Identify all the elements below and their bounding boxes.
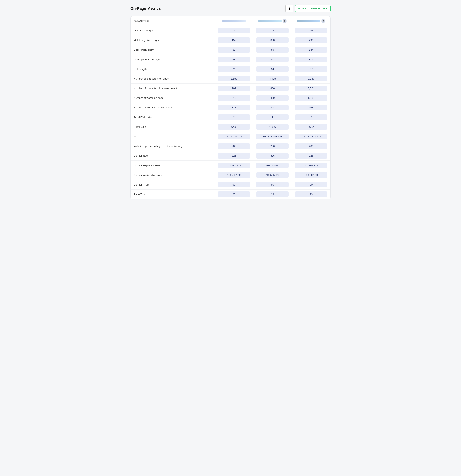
value-cell: 8,267 bbox=[292, 74, 330, 84]
value-cell: 138 bbox=[215, 103, 253, 112]
value-cell: 90 bbox=[292, 180, 330, 190]
site2-header-cell: 1 bbox=[256, 19, 289, 23]
value-cell: 104.111.243.123 bbox=[253, 132, 292, 141]
table-header-row: PARAMETERS 1 bbox=[131, 16, 330, 26]
param-cell: <title> tag length bbox=[131, 26, 215, 35]
value-badge: 104.111.243.123 bbox=[295, 134, 327, 139]
value-badge: 2022-07-05 bbox=[256, 162, 289, 168]
value-cell: 23 bbox=[253, 190, 292, 199]
value-badge: 144 bbox=[295, 47, 327, 53]
value-cell: 81 bbox=[215, 45, 253, 55]
value-cell: 4,698 bbox=[253, 74, 292, 84]
value-badge: 499 bbox=[256, 95, 289, 101]
value-badge: 1 bbox=[256, 114, 289, 120]
export-button[interactable]: ⬆ bbox=[285, 5, 293, 12]
value-badge: 352 bbox=[256, 57, 289, 62]
value-cell: 104.111.243.123 bbox=[292, 132, 330, 141]
value-badge: 1,185 bbox=[295, 95, 327, 101]
value-cell: 286 bbox=[253, 141, 292, 151]
value-cell: 34 bbox=[253, 64, 292, 74]
value-cell: 64.6 bbox=[215, 122, 253, 132]
value-badge: 500 bbox=[218, 57, 250, 62]
value-badge: 138 bbox=[218, 105, 250, 110]
value-badge: 568 bbox=[295, 105, 327, 110]
col-header-site1 bbox=[215, 16, 253, 26]
table-row: Number of words on page3154991,185 bbox=[131, 93, 330, 103]
table-row: Description pixel length500352874 bbox=[131, 55, 330, 64]
value-badge: 23 bbox=[295, 191, 327, 197]
add-competitors-button[interactable]: + ADD COMPETITORS bbox=[295, 5, 331, 12]
value-cell: 15 bbox=[215, 26, 253, 35]
value-cell: 50 bbox=[292, 26, 330, 35]
value-badge: 286 bbox=[295, 143, 327, 149]
value-badge: 87 bbox=[256, 105, 289, 110]
col-header-param: PARAMETERS bbox=[131, 16, 215, 26]
table-row: URL length213427 bbox=[131, 64, 330, 74]
param-cell: Number of characters in main content bbox=[131, 84, 215, 93]
param-cell: Domain expiration date bbox=[131, 161, 215, 170]
table-row: Number of characters on page2,1894,6988,… bbox=[131, 74, 330, 84]
value-cell: 326 bbox=[253, 151, 292, 161]
table-row: Domain registration date1995-07-291995-0… bbox=[131, 170, 330, 180]
table-body: <title> tag length153950<title> tag pixe… bbox=[131, 26, 330, 199]
value-badge: 27 bbox=[295, 66, 327, 72]
param-cell: IP bbox=[131, 132, 215, 141]
param-cell: Description length bbox=[131, 45, 215, 55]
col-header-site3: 2 bbox=[292, 16, 330, 26]
param-cell: <title> tag pixel length bbox=[131, 35, 215, 45]
value-cell: 144 bbox=[292, 45, 330, 55]
value-cell: 159.6 bbox=[253, 122, 292, 132]
value-badge: 2 bbox=[218, 114, 250, 120]
value-badge: 159.6 bbox=[256, 124, 289, 130]
value-badge: 874 bbox=[295, 57, 327, 62]
value-badge: 315 bbox=[218, 95, 250, 101]
site2-url-bar bbox=[259, 20, 282, 22]
table-row: <title> tag pixel length152350496 bbox=[131, 35, 330, 45]
value-cell: 1,185 bbox=[292, 93, 330, 103]
value-cell: 286 bbox=[215, 141, 253, 151]
value-badge: 104.111.243.123 bbox=[218, 134, 250, 139]
value-badge: 326 bbox=[256, 153, 289, 159]
param-cell: Description pixel length bbox=[131, 55, 215, 64]
value-cell: 496 bbox=[292, 35, 330, 45]
value-badge: 909 bbox=[218, 85, 250, 91]
site2-badge: 1 bbox=[283, 19, 286, 23]
add-competitors-label: ADD COMPETITORS bbox=[301, 7, 327, 10]
value-cell: 104.111.243.123 bbox=[215, 132, 253, 141]
value-cell: 874 bbox=[292, 55, 330, 64]
value-badge: 34 bbox=[256, 66, 289, 72]
site1-header-cell bbox=[218, 20, 250, 22]
value-cell: 59 bbox=[253, 45, 292, 55]
value-badge: 2022-07-05 bbox=[218, 162, 250, 168]
value-cell: 315 bbox=[215, 93, 253, 103]
value-badge: 59 bbox=[256, 47, 289, 53]
value-badge: 50 bbox=[295, 28, 327, 33]
value-cell: 568 bbox=[292, 103, 330, 112]
value-badge: 2 bbox=[295, 114, 327, 120]
export-icon: ⬆ bbox=[288, 7, 291, 10]
table-row: Page Trust232323 bbox=[131, 190, 330, 199]
param-cell: Domain Trust bbox=[131, 180, 215, 190]
value-cell: 87 bbox=[253, 103, 292, 112]
value-cell: 23 bbox=[215, 190, 253, 199]
value-cell: 909 bbox=[215, 84, 253, 93]
table-row: Website age according to web.archive.org… bbox=[131, 141, 330, 151]
metrics-table: PARAMETERS 1 bbox=[131, 16, 330, 199]
value-cell: 1 bbox=[253, 112, 292, 122]
table-row: Domain age326326326 bbox=[131, 151, 330, 161]
value-badge: 2022-07-05 bbox=[295, 162, 327, 168]
value-badge: 90 bbox=[256, 182, 289, 187]
value-cell: 152 bbox=[215, 35, 253, 45]
value-cell: 27 bbox=[292, 64, 330, 74]
value-badge: 326 bbox=[218, 153, 250, 159]
value-cell: 266.4 bbox=[292, 122, 330, 132]
value-cell: 500 bbox=[215, 55, 253, 64]
site3-header-cell: 2 bbox=[295, 19, 327, 23]
param-cell: Domain age bbox=[131, 151, 215, 161]
value-badge: 1995-07-29 bbox=[295, 172, 327, 178]
value-badge: 286 bbox=[256, 143, 289, 149]
value-badge: 23 bbox=[256, 191, 289, 197]
value-badge: 4,698 bbox=[256, 76, 289, 82]
value-badge: 496 bbox=[295, 37, 327, 43]
value-badge: 3,564 bbox=[295, 85, 327, 91]
